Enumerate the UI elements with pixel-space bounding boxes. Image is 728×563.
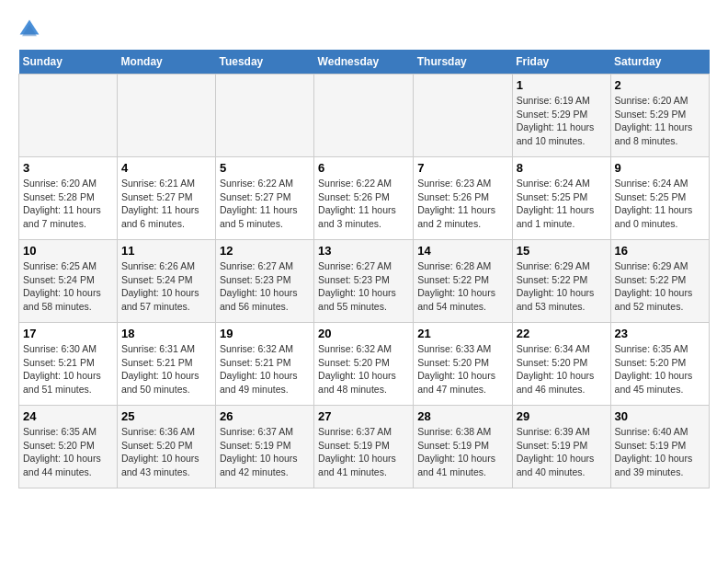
day-number: 4 — [121, 161, 211, 175]
day-number: 28 — [417, 409, 507, 423]
day-info: Sunrise: 6:29 AM Sunset: 5:22 PM Dayligh… — [615, 259, 705, 314]
calendar-cell — [19, 75, 118, 157]
calendar-cell: 24Sunrise: 6:35 AM Sunset: 5:20 PM Dayli… — [19, 406, 118, 488]
calendar-cell: 19Sunrise: 6:32 AM Sunset: 5:21 PM Dayli… — [215, 323, 313, 406]
weekday-header-thursday: Thursday — [414, 50, 512, 75]
calendar-cell: 4Sunrise: 6:21 AM Sunset: 5:27 PM Daylig… — [117, 157, 215, 240]
weekday-header-sunday: Sunday — [19, 50, 118, 75]
calendar-cell: 7Sunrise: 6:23 AM Sunset: 5:26 PM Daylig… — [414, 157, 512, 240]
day-info: Sunrise: 6:28 AM Sunset: 5:22 PM Dayligh… — [417, 259, 507, 314]
day-number: 14 — [417, 244, 507, 258]
weekday-header-saturday: Saturday — [610, 50, 709, 75]
calendar-cell: 8Sunrise: 6:24 AM Sunset: 5:25 PM Daylig… — [512, 157, 610, 240]
day-number: 9 — [615, 161, 705, 175]
day-info: Sunrise: 6:35 AM Sunset: 5:20 PM Dayligh… — [615, 342, 705, 396]
day-info: Sunrise: 6:26 AM Sunset: 5:24 PM Dayligh… — [121, 259, 211, 314]
day-info: Sunrise: 6:37 AM Sunset: 5:19 PM Dayligh… — [318, 425, 409, 479]
calendar-cell: 28Sunrise: 6:38 AM Sunset: 5:19 PM Dayli… — [414, 406, 512, 488]
day-info: Sunrise: 6:39 AM Sunset: 5:19 PM Dayligh… — [517, 425, 607, 479]
weekday-header-tuesday: Tuesday — [215, 50, 313, 75]
weekday-header-monday: Monday — [117, 50, 215, 75]
day-info: Sunrise: 6:34 AM Sunset: 5:20 PM Dayligh… — [517, 342, 607, 396]
calendar-week-4: 17Sunrise: 6:30 AM Sunset: 5:21 PM Dayli… — [19, 323, 710, 406]
day-number: 7 — [417, 161, 507, 175]
calendar-cell: 20Sunrise: 6:32 AM Sunset: 5:20 PM Dayli… — [314, 323, 414, 406]
day-info: Sunrise: 6:27 AM Sunset: 5:23 PM Dayligh… — [318, 259, 409, 314]
calendar-cell: 5Sunrise: 6:22 AM Sunset: 5:27 PM Daylig… — [215, 157, 313, 240]
day-number: 27 — [318, 409, 409, 423]
calendar-cell: 14Sunrise: 6:28 AM Sunset: 5:22 PM Dayli… — [414, 240, 512, 323]
day-info: Sunrise: 6:38 AM Sunset: 5:19 PM Dayligh… — [417, 425, 507, 479]
calendar-cell: 1Sunrise: 6:19 AM Sunset: 5:29 PM Daylig… — [512, 75, 610, 157]
day-number: 17 — [23, 327, 113, 340]
day-number: 1 — [517, 78, 607, 92]
day-info: Sunrise: 6:20 AM Sunset: 5:29 PM Dayligh… — [615, 94, 705, 148]
calendar-cell: 23Sunrise: 6:35 AM Sunset: 5:20 PM Dayli… — [610, 323, 709, 406]
calendar-cell: 13Sunrise: 6:27 AM Sunset: 5:23 PM Dayli… — [314, 240, 414, 323]
day-info: Sunrise: 6:35 AM Sunset: 5:20 PM Dayligh… — [23, 425, 113, 479]
logo — [18, 18, 44, 40]
calendar-cell: 30Sunrise: 6:40 AM Sunset: 5:19 PM Dayli… — [610, 406, 709, 488]
day-number: 11 — [121, 244, 211, 258]
day-number: 10 — [23, 244, 113, 258]
calendar-header: SundayMondayTuesdayWednesdayThursdayFrid… — [19, 50, 710, 75]
day-info: Sunrise: 6:23 AM Sunset: 5:26 PM Dayligh… — [417, 177, 507, 231]
calendar-cell: 22Sunrise: 6:34 AM Sunset: 5:20 PM Dayli… — [512, 323, 610, 406]
calendar-cell: 10Sunrise: 6:25 AM Sunset: 5:24 PM Dayli… — [19, 240, 118, 323]
day-number: 12 — [220, 244, 310, 258]
calendar-week-2: 3Sunrise: 6:20 AM Sunset: 5:28 PM Daylig… — [19, 157, 710, 240]
day-info: Sunrise: 6:31 AM Sunset: 5:21 PM Dayligh… — [121, 342, 211, 396]
day-info: Sunrise: 6:25 AM Sunset: 5:24 PM Dayligh… — [23, 259, 113, 314]
calendar-cell: 3Sunrise: 6:20 AM Sunset: 5:28 PM Daylig… — [19, 157, 118, 240]
day-info: Sunrise: 6:27 AM Sunset: 5:23 PM Dayligh… — [220, 259, 310, 314]
day-number: 18 — [121, 327, 211, 340]
day-number: 25 — [121, 409, 211, 423]
calendar-cell: 17Sunrise: 6:30 AM Sunset: 5:21 PM Dayli… — [19, 323, 118, 406]
day-number: 30 — [615, 409, 705, 423]
calendar-cell: 6Sunrise: 6:22 AM Sunset: 5:26 PM Daylig… — [314, 157, 414, 240]
day-number: 6 — [318, 161, 409, 175]
day-number: 24 — [23, 409, 113, 423]
day-info: Sunrise: 6:33 AM Sunset: 5:20 PM Dayligh… — [417, 342, 507, 396]
calendar-cell: 29Sunrise: 6:39 AM Sunset: 5:19 PM Dayli… — [512, 406, 610, 488]
calendar-cell — [117, 75, 215, 157]
day-number: 3 — [23, 161, 113, 175]
logo-icon — [18, 18, 40, 40]
header — [18, 18, 710, 40]
calendar-cell: 27Sunrise: 6:37 AM Sunset: 5:19 PM Dayli… — [314, 406, 414, 488]
day-info: Sunrise: 6:37 AM Sunset: 5:19 PM Dayligh… — [220, 425, 310, 479]
calendar-cell: 21Sunrise: 6:33 AM Sunset: 5:20 PM Dayli… — [414, 323, 512, 406]
calendar-cell: 15Sunrise: 6:29 AM Sunset: 5:22 PM Dayli… — [512, 240, 610, 323]
day-info: Sunrise: 6:20 AM Sunset: 5:28 PM Dayligh… — [23, 177, 113, 231]
day-number: 26 — [220, 409, 310, 423]
calendar-cell: 25Sunrise: 6:36 AM Sunset: 5:20 PM Dayli… — [117, 406, 215, 488]
weekday-header-wednesday: Wednesday — [314, 50, 414, 75]
day-number: 20 — [318, 327, 409, 340]
calendar-table: SundayMondayTuesdayWednesdayThursdayFrid… — [18, 50, 710, 488]
day-number: 8 — [517, 161, 607, 175]
day-info: Sunrise: 6:24 AM Sunset: 5:25 PM Dayligh… — [517, 177, 607, 231]
calendar-body: 1Sunrise: 6:19 AM Sunset: 5:29 PM Daylig… — [19, 75, 710, 488]
day-number: 19 — [220, 327, 310, 340]
day-info: Sunrise: 6:32 AM Sunset: 5:21 PM Dayligh… — [220, 342, 310, 396]
calendar-cell — [215, 75, 313, 157]
day-number: 29 — [517, 409, 607, 423]
calendar-cell: 26Sunrise: 6:37 AM Sunset: 5:19 PM Dayli… — [215, 406, 313, 488]
calendar-cell: 12Sunrise: 6:27 AM Sunset: 5:23 PM Dayli… — [215, 240, 313, 323]
day-number: 16 — [615, 244, 705, 258]
calendar-week-5: 24Sunrise: 6:35 AM Sunset: 5:20 PM Dayli… — [19, 406, 710, 488]
weekday-header-row: SundayMondayTuesdayWednesdayThursdayFrid… — [19, 50, 710, 75]
calendar-cell: 16Sunrise: 6:29 AM Sunset: 5:22 PM Dayli… — [610, 240, 709, 323]
day-info: Sunrise: 6:40 AM Sunset: 5:19 PM Dayligh… — [615, 425, 705, 479]
day-info: Sunrise: 6:19 AM Sunset: 5:29 PM Dayligh… — [517, 94, 607, 148]
calendar-week-3: 10Sunrise: 6:25 AM Sunset: 5:24 PM Dayli… — [19, 240, 710, 323]
day-number: 5 — [220, 161, 310, 175]
calendar-week-1: 1Sunrise: 6:19 AM Sunset: 5:29 PM Daylig… — [19, 75, 710, 157]
day-number: 13 — [318, 244, 409, 258]
day-number: 23 — [615, 327, 705, 340]
calendar-cell — [314, 75, 414, 157]
day-info: Sunrise: 6:21 AM Sunset: 5:27 PM Dayligh… — [121, 177, 211, 231]
day-info: Sunrise: 6:24 AM Sunset: 5:25 PM Dayligh… — [615, 177, 705, 231]
day-info: Sunrise: 6:30 AM Sunset: 5:21 PM Dayligh… — [23, 342, 113, 396]
day-number: 2 — [615, 78, 705, 92]
